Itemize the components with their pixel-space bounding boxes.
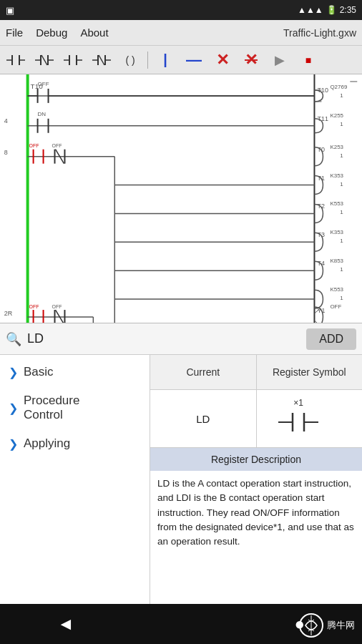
svg-text:8: 8 [4,149,8,156]
chevron-procedure-icon: ❯ [9,401,18,415]
menu-about[interactable]: About [80,26,108,39]
search-icon: 🔍 [6,331,21,347]
svg-text:K553: K553 [330,286,343,293]
right-panel: Current Register Symbol LD ×1 Register D… [150,355,362,630]
svg-text:1: 1 [340,121,343,127]
time-display: 2:35 [340,5,356,15]
svg-text:OFF: OFF [330,303,341,310]
svg-text:K353: K353 [330,229,343,235]
menu-bar: File Debug About Traffic-Light.gxw [0,20,362,46]
register-symbol-header: Register Symbol [257,355,363,389]
chevron-basic-icon: ❯ [9,366,18,379]
logo-area: 腾牛网 [298,613,355,638]
sim-icon: ▣ [6,5,14,16]
toolbar: ( ) | — ✕ ✕ ▶ ■ [0,46,362,74]
sidebar-item-procedure-control[interactable]: ❯ Procedure Control [0,386,150,429]
svg-text:K853: K853 [330,258,343,264]
svg-text:Q2769: Q2769 [330,84,347,90]
current-value: LD [150,390,257,447]
svg-text:DN: DN [38,111,47,117]
status-right: ▲▲▲ 🔋 2:35 [298,5,356,15]
svg-text:1: 1 [340,152,343,159]
svg-text:K255: K255 [330,112,343,119]
sidebar: ❯ Basic ❯ Procedure Control ❯ Applying [0,355,150,630]
register-table: Current Register Symbol [150,355,362,390]
symbol-row: LD ×1 [150,390,362,448]
nav-bar: ◄ ● 腾牛网 [0,604,362,644]
svg-text:1: 1 [340,209,343,215]
svg-line-8 [41,55,47,65]
menu-items: File Debug About [6,26,109,39]
svg-line-85 [314,321,320,323]
register-description-body: LD is the A contact operation start inst… [150,471,362,555]
battery-icon: 🔋 [326,5,337,15]
contact-nand-btn[interactable] [31,49,57,72]
menu-debug[interactable]: Debug [36,26,67,39]
svg-text:1: 1 [340,266,343,273]
status-bar: ▣ ▲▲▲ 🔋 2:35 [0,0,362,20]
play-btn[interactable]: ▶ [267,49,293,72]
menu-file[interactable]: File [6,26,23,39]
search-input[interactable] [27,331,300,346]
ld-symbol-svg: ×1 [277,397,341,440]
ladder-diagram[interactable]: T10 OFF T10 Q2769 1 4 DN T11 K255 1 8 OF… [0,74,362,323]
svg-text:1: 1 [340,92,343,99]
horizontal-line-btn[interactable]: — [181,49,207,72]
current-header: Current [150,355,257,389]
toolbar-divider [147,52,148,69]
svg-text:1: 1 [340,295,343,301]
stop-btn[interactable]: ■ [295,49,321,72]
sidebar-item-procedure-label: Procedure Control [24,394,79,422]
status-left: ▣ [6,5,14,16]
register-symbol-display: ×1 [257,390,363,447]
add-button[interactable]: ADD [306,328,356,350]
sidebar-item-basic-label: Basic [24,365,54,379]
procedure-line2: Control [24,408,79,422]
svg-text:K553: K553 [330,200,343,207]
svg-text:OFF: OFF [52,143,62,148]
svg-text:OFF: OFF [38,81,49,87]
sidebar-item-basic[interactable]: ❯ Basic [0,358,150,386]
logo-icon [298,613,324,638]
back-button[interactable]: ◄ [57,614,74,634]
file-title: Traffic-Light.gxw [283,27,356,39]
logo-text: 腾牛网 [327,619,355,632]
contact-nc-btn[interactable] [60,49,86,72]
svg-line-17 [99,55,104,65]
contact-nand2-btn[interactable] [89,49,114,72]
ladder-svg: T10 OFF T10 Q2769 1 4 DN T11 K255 1 8 OF… [0,74,362,323]
contact-no-btn[interactable] [3,49,29,72]
svg-text:K253: K253 [330,144,343,150]
svg-text:×1: ×1 [293,398,303,408]
svg-text:T11: T11 [317,115,328,122]
svg-text:OFF: OFF [29,304,39,309]
sidebar-item-applying[interactable]: ❯ Applying [0,429,150,458]
svg-text:OFF: OFF [29,143,39,148]
register-description-header: Register Description [150,448,362,471]
svg-text:OFF: OFF [52,304,62,309]
svg-text:1: 1 [340,238,343,244]
chevron-applying-icon: ❯ [9,437,18,451]
svg-text:K353: K353 [330,172,343,179]
signal-icon: ▲▲▲ [298,5,323,15]
search-bar: 🔍 ADD [0,323,362,355]
svg-text:2R: 2R [4,310,13,317]
delete-cross-btn[interactable]: ✕ [210,49,235,72]
sidebar-item-applying-label: Applying [24,436,70,451]
procedure-line1: Procedure [24,394,79,408]
svg-text:4: 4 [4,117,8,125]
svg-line-81 [56,310,64,323]
bottom-panel: ❯ Basic ❯ Procedure Control ❯ Applying C… [0,355,362,630]
delete-cross2-btn[interactable]: ✕ [238,49,264,72]
bracket-btn[interactable]: ( ) [117,49,143,72]
vertical-line-btn[interactable]: | [152,49,178,72]
svg-text:1: 1 [340,181,343,187]
